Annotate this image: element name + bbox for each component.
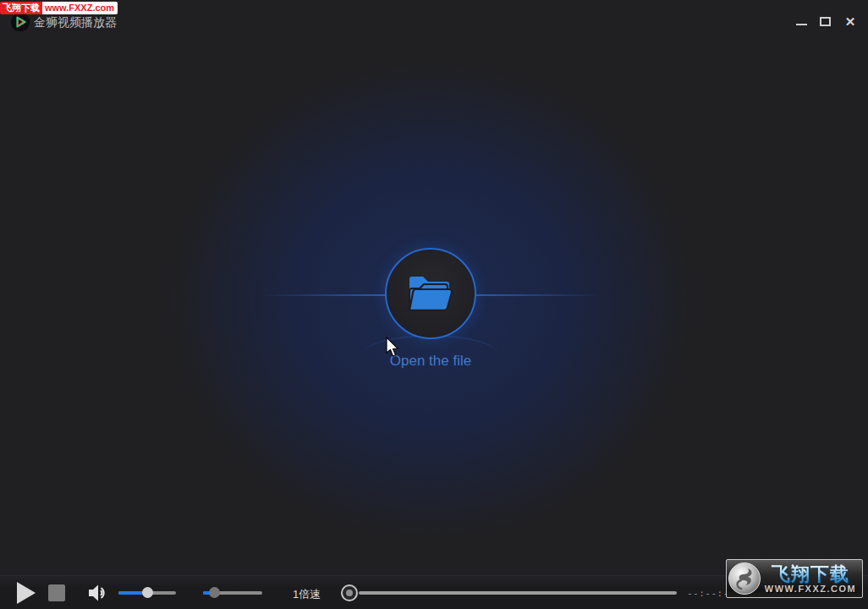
seek-handle[interactable] (341, 584, 358, 601)
watermark-site-url: WWW.FXXZ.COM (765, 584, 856, 594)
stop-button[interactable] (48, 584, 65, 601)
maximize-icon (820, 17, 831, 26)
play-button[interactable] (14, 581, 37, 605)
open-file-label[interactable]: Open the file (346, 353, 515, 370)
speed-slider-handle[interactable] (209, 587, 220, 598)
app-logo-icon (11, 13, 30, 31)
watermark-badge: 飞翔下载 WWW.FXXZ.COM (726, 559, 863, 598)
watermark-logo-icon (728, 562, 761, 595)
volume-button[interactable] (87, 584, 109, 602)
speed-slider[interactable] (203, 591, 262, 595)
speed-label: 1倍速 (293, 587, 321, 602)
player-window: 飞翔下载 www.FXXZ.com 金狮视频播放器 (0, 0, 868, 609)
volume-slider-handle[interactable] (142, 587, 153, 598)
watermark-brand: 飞翔下载 (772, 564, 849, 584)
seek-bar[interactable] (341, 584, 677, 601)
seek-track[interactable] (359, 591, 677, 595)
open-file-button[interactable] (385, 248, 476, 339)
minimize-button[interactable] (790, 12, 812, 30)
banner-site-name: 飞翔下载 (0, 2, 42, 14)
open-folder-icon (404, 272, 457, 315)
play-icon (17, 582, 36, 604)
watermark-texts: 飞翔下载 WWW.FXXZ.COM (759, 564, 862, 594)
site-banner: 飞翔下载 www.FXXZ.com (0, 2, 118, 14)
titlebar: 金狮视频播放器 ✕ (0, 0, 868, 37)
banner-site-url: www.FXXZ.com (42, 2, 118, 14)
maximize-button[interactable] (814, 12, 836, 30)
minimize-icon (796, 24, 807, 25)
close-icon: ✕ (845, 15, 856, 28)
app-title: 金狮视频播放器 (34, 15, 117, 30)
volume-icon (89, 585, 104, 601)
close-button[interactable]: ✕ (839, 12, 861, 30)
volume-slider[interactable] (118, 591, 176, 595)
